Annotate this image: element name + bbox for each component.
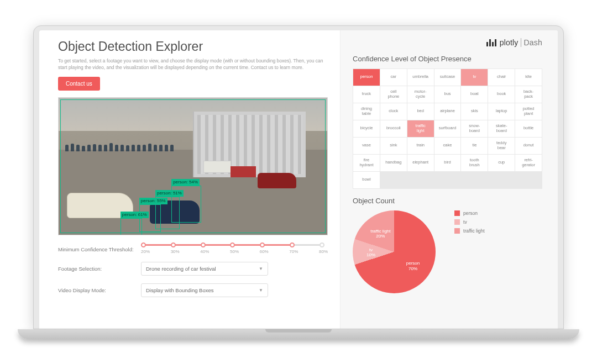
heatmap-cell[interactable]: laptop — [488, 103, 515, 120]
plotly-icon — [486, 39, 496, 46]
detection-label: person: 51% — [155, 190, 184, 197]
legend-swatch — [454, 228, 460, 234]
heatmap-cell[interactable]: snow- board — [461, 120, 488, 137]
heatmap-cell[interactable]: bed — [407, 103, 434, 120]
footage-dropdown[interactable]: Drone recording of car festival ▼ — [141, 262, 268, 276]
slider-tick-label: 80% — [319, 249, 328, 254]
heatmap-cell[interactable]: bottle — [515, 120, 542, 137]
controls-panel: Minimum Confidence Threshold: 20%30%40%5… — [58, 244, 328, 297]
pie-slice-label: person 70% — [400, 261, 426, 271]
chevron-down-icon: ▼ — [259, 288, 263, 293]
confidence-heatmap[interactable]: personcarumbrellasuitcasetvchairkitetruc… — [353, 68, 542, 189]
slider-tick-label: 50% — [230, 249, 239, 254]
heatmap-cell[interactable]: cell phone — [380, 86, 407, 103]
heatmap-cell[interactable]: refri- gerator — [515, 155, 542, 171]
legend-label: person — [463, 210, 478, 216]
threshold-label: Minimum Confidence Threshold: — [58, 246, 141, 252]
heatmap-cell[interactable]: suitcase — [434, 69, 461, 86]
mode-dropdown[interactable]: Display with Bounding Boxes ▼ — [141, 283, 268, 297]
object-count-title: Object Count — [353, 197, 542, 205]
mode-value: Display with Bounding Boxes — [146, 287, 214, 293]
laptop-mockup: Object Detection Explorer To get started… — [33, 25, 564, 339]
detection-label: person: 54% — [171, 179, 200, 186]
product-name: Dash — [521, 38, 542, 47]
video-player[interactable]: person: 54%person: 51%person: 55%person:… — [58, 97, 328, 235]
chevron-down-icon: ▼ — [259, 266, 263, 271]
heatmap-cell[interactable]: boat — [461, 86, 488, 103]
slider-tick-label: 40% — [200, 249, 209, 254]
heatmap-cell[interactable]: surfboard — [434, 120, 461, 137]
left-pane: Object Detection Explorer To get started… — [39, 30, 340, 329]
brand-logo: plotlyDash — [353, 38, 542, 47]
heatmap-cell[interactable]: truck — [353, 86, 380, 103]
detection-bbox: person: 55% — [139, 204, 161, 232]
heatmap-cell[interactable]: skate- board — [488, 120, 515, 137]
slider-tick[interactable] — [320, 242, 324, 247]
heatmap-cell[interactable]: tooth brush — [461, 155, 488, 171]
contact-button[interactable]: Contact us — [58, 77, 100, 91]
heatmap-cell[interactable]: chair — [488, 69, 515, 86]
brand-name: plotly — [500, 38, 519, 47]
pie-slice-label: tv 10% — [358, 247, 384, 258]
heatmap-cell[interactable]: broccoli — [380, 120, 407, 137]
heatmap-cell[interactable]: teddy bear — [488, 138, 515, 154]
heatmap-cell[interactable]: fire hydrant — [353, 155, 380, 171]
heatmap-cell[interactable]: clock — [380, 103, 407, 120]
laptop-base — [18, 329, 579, 339]
heatmap-cell[interactable]: person — [353, 69, 380, 86]
slider-tick[interactable] — [230, 242, 235, 247]
legend-swatch — [454, 210, 460, 216]
heatmap-cell[interactable]: back- pack — [515, 86, 542, 103]
heatmap-cell[interactable]: motor- cycle — [407, 86, 434, 103]
heatmap-cell[interactable]: tv — [461, 69, 488, 86]
slider-tick-label: 70% — [289, 249, 298, 254]
heatmap-cell[interactable]: sink — [380, 138, 407, 154]
heatmap-cell[interactable]: umbrella — [407, 69, 434, 86]
slider-tick[interactable] — [171, 242, 176, 247]
heatmap-cell[interactable]: cake — [434, 138, 461, 154]
slider-tick-label: 20% — [141, 249, 150, 254]
heatmap-cell[interactable]: cup — [488, 155, 515, 171]
right-pane: plotlyDash Confidence Level of Object Pr… — [340, 30, 558, 329]
heatmap-cell[interactable]: handbag — [380, 155, 407, 171]
threshold-slider[interactable]: 20%30%40%50%60%70%80% — [141, 244, 328, 254]
legend-label: tv — [463, 219, 467, 225]
legend-label: traffic light — [463, 228, 485, 234]
heatmap-cell[interactable]: vase — [353, 138, 380, 154]
heatmap-cell[interactable]: car — [380, 69, 407, 86]
heatmap-cell[interactable]: donut — [515, 138, 542, 154]
heatmap-cell[interactable]: potted plant — [515, 103, 542, 120]
heatmap-cell[interactable]: tie — [461, 138, 488, 154]
heatmap-cell[interactable]: kite — [515, 69, 542, 86]
slider-tick[interactable] — [260, 242, 265, 247]
heatmap-cell[interactable]: skis — [461, 103, 488, 120]
heatmap-cell[interactable]: book — [488, 86, 515, 103]
legend-item[interactable]: tv — [454, 219, 485, 225]
legend-item[interactable]: person — [454, 210, 485, 216]
heatmap-cell[interactable]: bus — [434, 86, 461, 103]
heatmap-cell[interactable]: bowl — [353, 172, 380, 188]
slider-tick[interactable] — [201, 242, 206, 247]
detection-bbox: person: 61% — [121, 218, 142, 235]
object-count-pie[interactable]: person 70%tv 10%traffic light 20% — [353, 210, 447, 299]
legend-swatch — [454, 219, 460, 225]
mode-label: Video Display Mode: — [58, 287, 141, 293]
heatmap-cell[interactable]: traffic light — [407, 120, 434, 137]
page-title: Object Detection Explorer — [58, 39, 328, 54]
slider-tick[interactable] — [141, 242, 146, 247]
heatmap-cell[interactable]: bicycle — [353, 120, 380, 137]
slider-tick-label: 30% — [171, 249, 180, 254]
slider-tick-label: 60% — [260, 249, 269, 254]
heatmap-cell[interactable]: airplane — [434, 103, 461, 120]
pie-legend: persontvtraffic light — [454, 210, 485, 237]
app-root: Object Detection Explorer To get started… — [39, 30, 558, 329]
page-description: To get started, select a footage you wan… — [58, 57, 323, 72]
heatmap-cell[interactable]: bird — [434, 155, 461, 171]
legend-item[interactable]: traffic light — [454, 228, 485, 234]
slider-tick[interactable] — [290, 242, 295, 247]
pie-slice-label: traffic light 20% — [367, 229, 394, 239]
heatmap-cell[interactable]: train — [407, 138, 434, 154]
detection-label: person: 55% — [139, 198, 167, 204]
heatmap-cell[interactable]: dining table — [353, 103, 380, 120]
heatmap-cell[interactable]: elephant — [407, 155, 434, 171]
